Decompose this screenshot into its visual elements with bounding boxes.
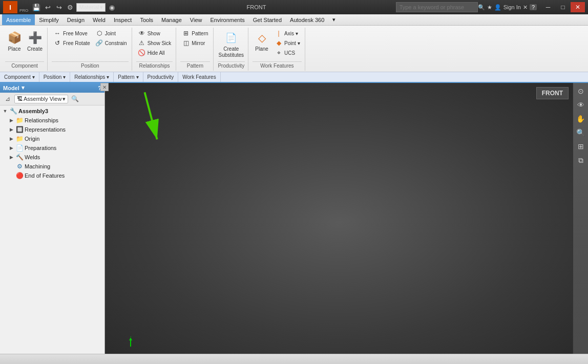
mirror-label: Mirror [192,40,205,46]
welds-icon: 🔨 [15,153,24,161]
pattern-label-btn[interactable]: Pattern ▾ [114,72,143,82]
plane-button[interactable]: ◇ Plane [253,29,271,53]
view-label: Assembly View [24,96,61,102]
productivity-label-btn[interactable]: Productivity [143,72,179,82]
bookmark-icon[interactable]: ★ [487,4,492,11]
free-rotate-label: Free Rotate [63,40,90,46]
relationships-icon: 📁 [15,116,24,124]
tree-item-welds[interactable]: ▶ 🔨 Welds [0,153,104,162]
redo-icon[interactable]: ↪ [54,2,64,12]
ucs-button[interactable]: ⌖ UCS [273,48,302,57]
create-button[interactable]: ➕ Create [26,29,44,53]
search-icon[interactable]: 🔍 [478,4,485,11]
create-label: Create [27,46,43,52]
tree-item-preparations[interactable]: ▶ 📄 Preparations [0,143,104,153]
save-icon[interactable]: 💾 [31,2,41,12]
position-label-btn[interactable]: Position ▾ [39,72,71,82]
menu-inspect[interactable]: Inspect [110,14,136,25]
relationships-expand[interactable]: ▶ [8,117,14,123]
tree-item-origin[interactable]: ▶ 📁 Origin [0,134,104,143]
material-dropdown[interactable]: Material ▾ [76,3,106,12]
tree-item-representations[interactable]: ▶ 🔲 Representations [0,125,104,134]
3d-viewport[interactable]: FRONT Y [105,83,573,362]
menu-get-started[interactable]: Get Started [249,14,286,25]
undo-icon[interactable]: ↩ [43,2,53,12]
full-nav-tool[interactable]: ⧉ [575,154,587,166]
title-bar-right: 🔍 ★ 👤 Sign In ✕ ? [478,4,537,11]
assembly-view-selector[interactable]: 🏗 Assembly View ▾ [14,95,68,103]
pattern-group-label: Pattern [180,61,209,70]
position-small-col: ↔ Free Move ↺ Free Rotate [52,29,92,48]
tree-item-relationships[interactable]: ▶ 📁 Relationships [0,116,104,125]
menu-simplify[interactable]: Simplify [35,14,63,25]
app-logo: I [3,1,17,13]
ucs-icon: ⌖ [275,49,283,57]
pattern-col: ⊞ Pattern ◫ Mirror [180,29,209,48]
origin-expand[interactable]: ▶ [8,136,14,142]
constrain-button[interactable]: 🔗 Constrain [94,38,129,48]
end-of-features-expand[interactable] [8,173,14,179]
create-substitutes-button[interactable]: 📄 CreateSubstitutes [218,29,245,59]
component-group-label: Component [5,61,44,70]
menu-autodesk-360[interactable]: Autodesk 360 [286,14,328,25]
show-sick-button[interactable]: ⚠ Show Sick [136,38,173,48]
hide-all-button[interactable]: 🚫 Hide All [136,48,173,57]
tree-item-end-of-features[interactable]: 🔴 End of Features [0,171,104,180]
preparations-expand[interactable]: ▶ [8,145,14,151]
user-icon[interactable]: 👤 [494,4,501,11]
create-substitutes-label: CreateSubstitutes [219,46,244,58]
menu-manage[interactable]: Manage [157,14,186,25]
menu-tools[interactable]: Tools [136,14,157,25]
menu-assemble[interactable]: Assemble [2,14,35,25]
pan-tool[interactable]: ✋ [575,113,587,125]
help-icon[interactable]: ? [530,4,537,10]
orbital-icon[interactable]: ◉ [107,2,117,12]
keyword-search-input[interactable] [396,2,478,12]
tree-root[interactable]: ▼ 🔧 Assembly3 [0,106,104,116]
menu-more[interactable]: ▾ [328,14,340,25]
menu-view[interactable]: View [186,14,206,25]
menu-environments[interactable]: Environments [206,14,249,25]
maximize-button[interactable]: □ [556,2,570,12]
look-tool[interactable]: 👁 [575,99,587,111]
relationships-items: 👁 Show ⚠ Show Sick 🚫 Hide All [136,29,173,60]
work-features-label-btn[interactable]: Work Features [178,72,220,82]
position-small-col2: ⬡ Joint 🔗 Constrain [94,29,129,48]
close-app-icon[interactable]: ✕ [523,4,528,11]
free-move-button[interactable]: ↔ Free Move [52,29,92,38]
menu-weld[interactable]: Weld [89,14,110,25]
root-expand[interactable]: ▼ [2,108,8,114]
zoom-window-tool[interactable]: ⊞ [575,140,587,153]
show-button[interactable]: 👁 Show [136,29,173,38]
svg-line-1 [144,92,157,139]
point-button[interactable]: ◆ Point ▾ [273,38,302,48]
relationships-label-btn[interactable]: Relationships ▾ [70,72,114,82]
orbit-tool[interactable]: ⊙ [575,85,587,97]
relationships-group-label: Relationships [136,61,173,70]
find-icon[interactable]: 🔍 [69,94,80,104]
mirror-button[interactable]: ◫ Mirror [180,38,209,48]
zoom-tool[interactable]: 🔍 [575,126,587,139]
representations-expand[interactable]: ▶ [8,126,14,133]
component-label-btn[interactable]: Component ▾ [0,72,39,82]
pattern-button[interactable]: ⊞ Pattern [180,29,209,38]
close-button[interactable]: ✕ [571,2,585,12]
view-dropdown-arrow: ▾ [62,96,66,102]
axis-button[interactable]: | Axis ▾ [273,29,302,38]
tree-item-machining[interactable]: ⚙ Machining [0,162,104,171]
pattern-icon: ⊞ [182,29,190,37]
filter-icon[interactable]: ⊿ [2,94,13,104]
menu-design[interactable]: Design [63,14,89,25]
place-button[interactable]: 📦 Place [5,29,24,53]
root-label: Assembly3 [18,108,102,114]
joint-button[interactable]: ⬡ Joint [94,29,129,38]
panel-close-button[interactable]: ✕ [100,83,109,91]
model-dropdown-arrow[interactable]: ▾ [22,84,25,91]
machining-expand[interactable] [8,163,14,169]
show-sick-icon: ⚠ [138,39,146,47]
minimize-button[interactable]: ─ [541,2,555,12]
signin-label[interactable]: Sign In [503,4,521,10]
welds-expand[interactable]: ▶ [8,154,14,160]
free-rotate-button[interactable]: ↺ Free Rotate [52,38,92,48]
settings-icon[interactable]: ⚙ [65,2,75,12]
